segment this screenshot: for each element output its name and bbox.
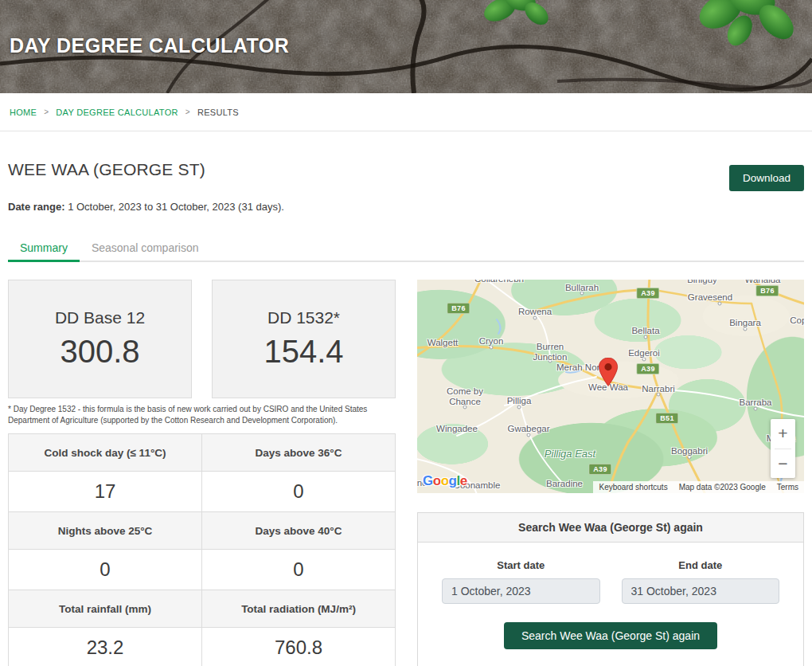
search-panel-title: Search Wee Waa (George St) again <box>418 513 803 543</box>
search-again-panel: Search Wee Waa (George St) again Start d… <box>417 512 804 666</box>
metrics-table: Cold shock day (≤ 11°C) Days above 36°C … <box>8 433 396 666</box>
map-town-label: Barraba <box>740 398 772 408</box>
breadcrumb: HOME > DAY DEGREE CALCULATOR > RESULTS <box>0 93 812 131</box>
end-date-input[interactable] <box>622 578 780 604</box>
stat-dd-1532: DD 1532* 154.4 <box>212 280 396 398</box>
metric-value-cold-shock: 17 <box>9 472 202 512</box>
route-badge: B76 <box>447 303 470 314</box>
map-town-label: Copeton <box>790 315 804 326</box>
summary-column: DD Base 12 300.8 DD 1532* 154.4 * Day De… <box>8 280 396 666</box>
date-range-value: 1 October, 2023 to 31 October, 2023 (31 … <box>68 201 284 213</box>
date-range-label: Date range: <box>8 201 65 213</box>
route-badge: B76 <box>755 285 779 296</box>
metric-header-days-above-36: Days above 36°C <box>202 434 396 472</box>
route-badge: A39 <box>588 464 611 475</box>
stat-value: 300.8 <box>60 334 139 370</box>
stat-value: 154.4 <box>264 334 343 370</box>
route-badge: B51 <box>655 413 678 424</box>
tab-seasonal-comparison[interactable]: Seasonal comparison <box>80 234 211 261</box>
table-header-row: Total rainfall (mm) Total radiation (MJ/… <box>9 590 396 628</box>
map-town-label: Edgeroi <box>628 348 660 358</box>
main-content: WEE WAA (GEORGE ST) Download Date range:… <box>0 160 812 666</box>
tab-bar: Summary Seasonal comparison <box>8 234 804 262</box>
map-attribution: Keyboard shortcuts Map data ©2023 Google… <box>593 481 804 493</box>
page-banner-title: DAY DEGREE CALCULATOR <box>10 34 289 57</box>
search-panel-body: Start date End date Search Wee Waa (Geor… <box>418 543 803 666</box>
map-town-label: Gravesend <box>688 292 732 303</box>
map-town-label: Collarenebri <box>474 280 524 284</box>
zoom-out-button[interactable]: − <box>771 449 795 479</box>
map-town-label: Burren Junction <box>533 342 568 362</box>
end-date-label: End date <box>622 559 780 571</box>
map-data-attribution: Map data ©2023 Google <box>673 481 771 493</box>
map-town-label: Pilliga <box>507 396 532 406</box>
map-zoom-control: + − <box>771 419 795 478</box>
metric-header-total-radiation: Total radiation (MJ/m²) <box>202 590 396 628</box>
metric-header-total-rainfall: Total rainfall (mm) <box>9 590 202 628</box>
logo-letter: G <box>423 473 433 488</box>
map-town-label: Biniguy <box>687 280 717 285</box>
keyboard-shortcuts-link[interactable]: Keyboard shortcuts <box>593 481 673 493</box>
route-badge: A39 <box>636 288 659 299</box>
hero-banner: DAY DEGREE CALCULATOR <box>0 0 812 93</box>
map-town-label: Walgett <box>427 338 459 348</box>
tab-summary[interactable]: Summary <box>8 234 80 262</box>
metric-header-nights-above-25: Nights above 25°C <box>9 512 202 550</box>
page-title: WEE WAA (GEORGE ST) <box>8 160 205 179</box>
logo-letter: e <box>460 473 467 488</box>
day-degree-results-page: DAY DEGREE CALCULATOR HOME > DAY DEGREE … <box>0 0 812 666</box>
breadcrumb-current: RESULTS <box>197 108 239 117</box>
date-range: Date range: 1 October, 2023 to 31 Octobe… <box>8 201 804 213</box>
map-town-label: Wingadee <box>436 424 478 434</box>
map-marker-pin <box>598 358 619 386</box>
start-date-label: Start date <box>442 559 600 571</box>
metric-header-days-above-40: Days above 40°C <box>202 512 396 550</box>
map-town-label: Bullarah <box>565 283 599 293</box>
end-date-field-group: End date <box>622 559 780 604</box>
zoom-in-button[interactable]: + <box>771 419 795 449</box>
map-town-label: Bellata <box>631 326 659 336</box>
table-header-row: Cold shock day (≤ 11°C) Days above 36°C <box>9 434 396 472</box>
stat-label: DD Base 12 <box>55 308 145 327</box>
logo-letter: g <box>449 473 457 488</box>
metric-header-cold-shock: Cold shock day (≤ 11°C) <box>9 434 202 472</box>
stat-boxes: DD Base 12 300.8 DD 1532* 154.4 <box>8 280 396 398</box>
map-town-label: Gwabegar <box>507 424 549 434</box>
breadcrumb-separator: > <box>44 108 49 116</box>
map-town-label: Come by Chance <box>447 386 483 407</box>
breadcrumb-calculator-link[interactable]: DAY DEGREE CALCULATOR <box>56 108 178 117</box>
table-value-row: 17 0 <box>9 472 396 512</box>
location-map[interactable]: Collarenebri Bullarah Gravesend Rowena B… <box>417 280 804 493</box>
table-header-row: Nights above 25°C Days above 40°C <box>9 512 396 550</box>
start-date-field-group: Start date <box>442 559 600 604</box>
breadcrumb-home-link[interactable]: HOME <box>10 108 37 117</box>
map-column: Collarenebri Bullarah Gravesend Rowena B… <box>417 280 804 666</box>
map-park-label: Pilliga East <box>545 449 595 460</box>
route-badge: A39 <box>636 363 659 374</box>
google-logo[interactable]: Google <box>423 473 467 489</box>
terms-link[interactable]: Terms <box>771 481 804 493</box>
table-value-row: 0 0 <box>9 550 396 590</box>
title-row: WEE WAA (GEORGE ST) Download <box>8 160 804 191</box>
search-again-button[interactable]: Search Wee Waa (George St) again <box>504 622 717 649</box>
map-town-label: Boggabri <box>671 446 708 456</box>
metric-value-days-above-40: 0 <box>202 550 396 590</box>
logo-letter: o <box>433 473 441 488</box>
metric-value-total-rainfall: 23.2 <box>9 628 202 666</box>
logo-letter: o <box>441 473 449 488</box>
stat-label: DD 1532* <box>267 308 340 327</box>
map-town-label: Narrabri <box>642 384 675 394</box>
map-town-label: Bingara <box>729 318 761 328</box>
table-value-row: 23.2 760.8 <box>9 628 396 666</box>
metric-value-days-above-36: 0 <box>202 472 396 512</box>
download-button[interactable]: Download <box>729 165 804 191</box>
breadcrumb-separator: > <box>185 108 190 116</box>
map-town-label: Baradine <box>546 479 583 489</box>
stat-dd-base12: DD Base 12 300.8 <box>8 280 192 398</box>
dd1532-footnote: * Day Degree 1532 - this formula is the … <box>8 404 396 426</box>
map-town-label: Rowena <box>518 307 552 317</box>
start-date-input[interactable] <box>442 578 600 604</box>
metric-value-total-radiation: 760.8 <box>202 628 396 666</box>
map-town-label: Cryon <box>479 336 504 347</box>
metric-value-nights-above-25: 0 <box>9 550 202 590</box>
